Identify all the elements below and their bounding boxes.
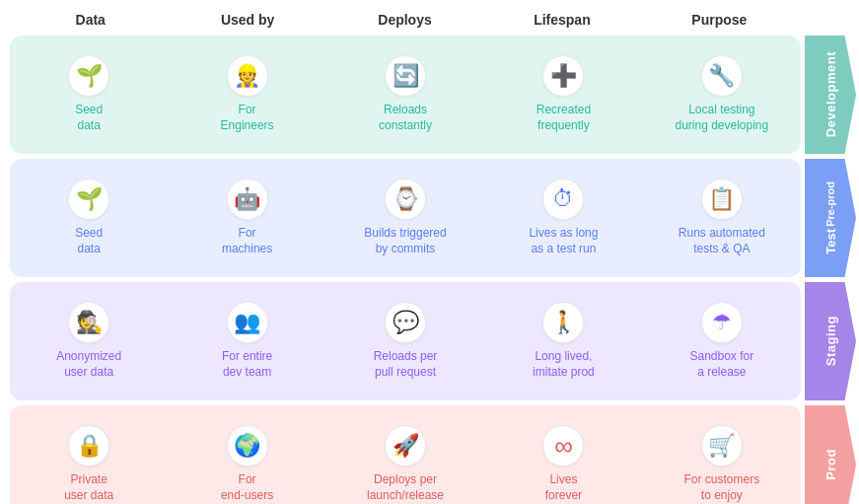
arrow-prod: Prod: [805, 405, 856, 504]
icon-dev-3: ➕: [542, 55, 584, 97]
header-col-4: Purpose: [641, 8, 798, 32]
icon-prod-4: 🛒: [701, 425, 743, 467]
icon-staging-2: 💬: [385, 302, 426, 343]
label-test-1: Formachines: [222, 226, 272, 256]
label-dev-0: Seeddata: [75, 103, 103, 133]
section-arrow-label-dev: Development: [823, 51, 838, 137]
section-arrow-label-prod: Prod: [823, 449, 838, 480]
icon-dev-1: 👷: [227, 55, 268, 97]
header-col-0: Data: [12, 8, 169, 32]
section-label-wrapper-dev: Development: [805, 36, 859, 154]
header-row: DataUsed byDeploysLifespanPurpose: [10, 8, 859, 32]
label-prod-0: Privateuser data: [64, 472, 113, 503]
icon-staging-1: 👥: [227, 302, 268, 343]
cell-test-1: 🤖Formachines: [168, 169, 325, 267]
cell-dev-4: 🔧Local testingduring developing: [643, 45, 801, 144]
icon-staging-0: 🕵: [68, 302, 109, 343]
header-col-1: Used by: [169, 8, 325, 32]
label-staging-1: For entiredev team: [222, 349, 272, 380]
cell-prod-1: 🌍Forend-users: [168, 415, 325, 504]
icon-dev-4: 🔧: [701, 55, 743, 97]
label-staging-3: Long lived,imitate prod: [533, 349, 595, 380]
cell-dev-2: 🔄Reloadsconstantly: [326, 45, 484, 144]
cell-staging-3: 🚶Long lived,imitate prod: [484, 292, 642, 391]
cell-dev-0: 🌱Seeddata: [10, 45, 168, 144]
label-staging-4: Sandbox fora release: [689, 349, 753, 380]
cell-prod-0: 🔒Privateuser data: [10, 415, 168, 504]
section-dev: 🌱Seeddata👷ForEngineers🔄Reloadsconstantly…: [10, 36, 859, 154]
label-prod-4: For customersto enjoy: [683, 472, 759, 503]
icon-test-4: 📋: [701, 179, 743, 220]
cell-test-0: 🌱Seeddata: [10, 169, 168, 267]
label-prod-3: Livesforever: [545, 472, 582, 503]
cell-staging-2: 💬Reloads perpull request: [326, 292, 484, 391]
cell-test-3: ⏱Lives as longas a test run: [484, 169, 642, 267]
icon-dev-2: 🔄: [385, 55, 426, 97]
arrow-staging: Staging: [805, 282, 856, 400]
section-label-wrapper-prod: Prod: [805, 405, 859, 504]
icon-test-0: 🌱: [68, 179, 109, 220]
cell-staging-0: 🕵Anonymizeduser data: [10, 292, 168, 391]
section-arrow-label-staging: Staging: [823, 316, 838, 366]
label-dev-2: Reloadsconstantly: [379, 103, 432, 133]
arrow-dev: Development: [805, 36, 856, 154]
cell-prod-4: 🛒For customersto enjoy: [643, 415, 801, 504]
label-test-0: Seeddata: [75, 226, 103, 256]
label-staging-2: Reloads perpull request: [374, 349, 438, 380]
main-container: DataUsed byDeploysLifespanPurpose 🌱Seedd…: [0, 0, 859, 504]
label-dev-1: ForEngineers: [221, 103, 274, 133]
section-test: 🌱Seeddata🤖Formachines⌚Builds triggeredby…: [10, 159, 859, 277]
cell-test-4: 📋Runs automatedtests & QA: [643, 169, 801, 267]
icon-prod-3: ∞: [542, 425, 584, 467]
icon-prod-2: 🚀: [385, 425, 426, 467]
label-prod-2: Deploys perlaunch/release: [367, 472, 444, 503]
header-col-2: Deploys: [326, 8, 483, 32]
cell-prod-2: 🚀Deploys perlaunch/release: [326, 415, 484, 504]
label-dev-4: Local testingduring developing: [675, 103, 768, 133]
icon-test-3: ⏱: [542, 179, 584, 220]
section-prod: 🔒Privateuser data🌍Forend-users🚀Deploys p…: [10, 405, 859, 504]
icon-test-2: ⌚: [385, 179, 426, 220]
header-col-3: Lifespan: [483, 8, 640, 32]
cell-prod-3: ∞Livesforever: [484, 415, 642, 504]
arrow-test: Pre-prodTest: [805, 159, 856, 277]
label-test-2: Builds triggeredby commits: [364, 226, 446, 256]
cell-staging-4: ☂Sandbox fora release: [643, 292, 801, 391]
icon-staging-4: ☂: [701, 302, 743, 343]
label-prod-1: Forend-users: [221, 472, 273, 503]
cell-staging-1: 👥For entiredev team: [168, 292, 325, 391]
cell-dev-3: ➕Recreatedfrequently: [484, 45, 642, 144]
icon-test-1: 🤖: [227, 179, 268, 220]
icon-dev-0: 🌱: [68, 55, 109, 97]
section-label-wrapper-test: Pre-prodTest: [805, 159, 859, 277]
icon-prod-1: 🌍: [227, 425, 268, 467]
cell-dev-1: 👷ForEngineers: [168, 45, 325, 144]
icon-staging-3: 🚶: [542, 302, 584, 343]
icon-prod-0: 🔒: [68, 425, 109, 467]
label-test-3: Lives as longas a test run: [529, 226, 598, 256]
label-dev-3: Recreatedfrequently: [537, 103, 591, 133]
cell-test-2: ⌚Builds triggeredby commits: [326, 169, 484, 267]
section-staging: 🕵Anonymizeduser data👥For entiredev team💬…: [10, 282, 859, 400]
label-staging-0: Anonymizeduser data: [56, 349, 121, 380]
label-test-4: Runs automatedtests & QA: [679, 226, 765, 256]
section-label-wrapper-staging: Staging: [805, 282, 859, 400]
